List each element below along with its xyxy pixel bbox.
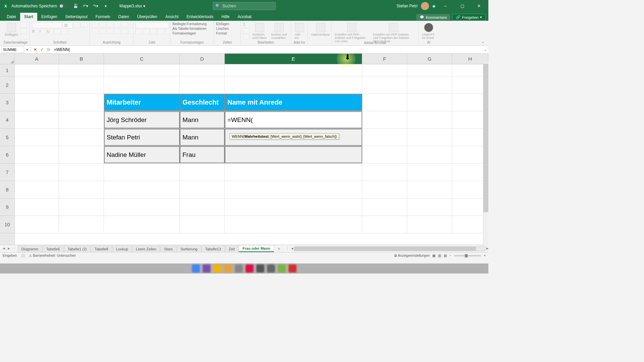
diamond-icon[interactable]: ◆	[432, 4, 435, 8]
wrap-icon[interactable]	[121, 22, 128, 27]
sheet-tab-zeit[interactable]: Zeit	[225, 246, 238, 252]
font-color-icon[interactable]	[69, 29, 75, 34]
font-size-input[interactable]	[63, 22, 73, 28]
autosum-icon[interactable]: Σ	[243, 22, 250, 27]
col-header-b[interactable]: B	[59, 54, 104, 64]
number-format-input[interactable]	[136, 22, 169, 28]
fx-icon[interactable]: fx	[45, 46, 52, 53]
horizontal-scrollbar[interactable]: ◄►	[294, 246, 486, 251]
cut-icon[interactable]	[20, 22, 27, 27]
row-header-1[interactable]: 1	[0, 64, 14, 76]
row-header-7[interactable]: 7	[0, 164, 14, 181]
cell-styles-button[interactable]: Formatvorlagen	[172, 32, 196, 35]
underline-icon[interactable]: U	[47, 29, 53, 34]
row-header-6[interactable]: 6	[0, 146, 14, 164]
tab-data[interactable]: Daten	[114, 13, 133, 21]
sheet-tab-tabelle1-2[interactable]: Tabelle1 (2)	[64, 246, 91, 252]
minimize-button[interactable]: ─	[439, 0, 452, 12]
sort-filter-button[interactable]: Sortieren und Filtern	[251, 22, 268, 40]
pdf-links-button[interactable]: Erstellen von PDF-Dateien und Freigeben …	[333, 22, 370, 44]
align-bot-icon[interactable]	[107, 22, 113, 27]
cell-c6[interactable]: Nadine Müller	[104, 146, 180, 163]
search-input[interactable]	[213, 2, 276, 10]
taskbar-app-6[interactable]	[246, 264, 254, 273]
format-cells-button[interactable]: Format	[216, 32, 227, 35]
tab-file[interactable]: Datei	[3, 13, 20, 21]
font-name-input[interactable]	[32, 22, 62, 28]
percent-icon[interactable]	[143, 29, 150, 34]
expand-formula-icon[interactable]: ⌄	[482, 47, 488, 52]
taskbar-app-8[interactable]	[267, 264, 275, 273]
sheet-next-icon[interactable]: ►	[7, 246, 11, 251]
col-header-g[interactable]: G	[407, 54, 452, 64]
pdf-outlook-button[interactable]: Erstellen von PDF-Dateien und Freigeben …	[372, 22, 415, 44]
fill-icon[interactable]	[243, 28, 250, 34]
chatgpt-button[interactable]: ChatGPT for Excel	[421, 22, 437, 40]
row-header-3[interactable]: 3	[0, 94, 14, 111]
inc-dec-icon[interactable]	[158, 29, 164, 34]
tab-review[interactable]: Überprüfen	[133, 13, 161, 21]
row-header-5[interactable]: 5	[0, 129, 14, 146]
avatar[interactable]	[421, 2, 429, 10]
sheet-tab-stars[interactable]: Stars	[160, 246, 176, 252]
view-normal-icon[interactable]: ▦	[432, 254, 435, 257]
align-right-icon[interactable]	[107, 28, 113, 34]
sheet-tab-frau-oder-mann[interactable]: Frau oder Mann	[239, 245, 274, 252]
sheet-tab-tabelle6[interactable]: Tabelle6	[43, 246, 64, 252]
username[interactable]: Stefan Petri	[396, 4, 418, 8]
align-left-icon[interactable]	[92, 28, 99, 34]
cell-e3[interactable]: Name mit Anrede	[225, 94, 362, 111]
dec-dec-icon[interactable]	[165, 29, 172, 34]
zoom-slider[interactable]	[454, 255, 481, 256]
sheet-tab-sortierung[interactable]: Sortierung	[177, 246, 201, 252]
sheet-tab-tabelle8[interactable]: Tabelle8	[91, 246, 112, 252]
merge-icon[interactable]	[129, 28, 136, 34]
cell-c4[interactable]: Jörg Schröder	[104, 111, 180, 128]
select-all-corner[interactable]	[0, 54, 15, 64]
tab-acrobat[interactable]: Acrobat	[233, 13, 255, 21]
taskbar-app-3[interactable]	[213, 264, 221, 273]
view-pagebreak-icon[interactable]: ▤	[444, 254, 447, 257]
cell-c3[interactable]: Mitarbeiter	[104, 94, 180, 111]
cell-d5[interactable]: Mann	[180, 129, 225, 146]
format-painter-icon[interactable]	[20, 34, 27, 40]
qat-more-icon[interactable]: ▾	[102, 2, 109, 10]
insert-cells-button[interactable]: Einfügen	[216, 22, 229, 26]
bold-icon[interactable]: B	[32, 29, 39, 34]
fill-color-icon[interactable]	[61, 29, 68, 34]
redo-icon[interactable]: ↷▾	[92, 2, 99, 10]
copy-icon[interactable]	[20, 28, 27, 34]
col-header-e[interactable]: E	[225, 54, 362, 64]
row-header-9[interactable]: 9	[0, 198, 14, 216]
as-table-button[interactable]: Als Tabelle formatieren	[172, 27, 207, 31]
save-icon[interactable]: 💾	[72, 2, 79, 10]
shrink-font-icon[interactable]	[81, 22, 88, 27]
row-header-10[interactable]: 10	[0, 216, 14, 233]
name-box[interactable]	[1, 46, 24, 53]
row-header-2[interactable]: 2	[0, 76, 14, 94]
confirm-icon[interactable]: ✓	[39, 46, 45, 53]
undo-icon[interactable]: ↶▾	[82, 2, 89, 10]
toggle-switch[interactable]	[59, 4, 68, 8]
cell-e6[interactable]	[225, 146, 362, 163]
row-header-8[interactable]: 8	[0, 181, 14, 198]
cell-c5[interactable]: Stefan Petri	[104, 129, 180, 146]
align-center-icon[interactable]	[99, 28, 106, 34]
cond-format-button[interactable]: Bedingte Formatierung	[172, 22, 207, 26]
accessibility-status[interactable]: ⚠ Barrierefreiheit: Untersuchen	[29, 254, 76, 257]
row-header-4[interactable]: 4	[0, 111, 14, 129]
col-header-d[interactable]: D	[180, 54, 225, 64]
sheet-tab-leere-zeilen[interactable]: Leere Zeilen	[132, 246, 160, 252]
sheet-tab-tabelle13[interactable]: Tabelle13	[202, 246, 225, 252]
indent-inc-icon[interactable]	[121, 28, 128, 34]
tab-home[interactable]: Start	[20, 13, 37, 21]
clear-icon[interactable]	[243, 34, 250, 40]
share-button[interactable]: 🔗 Freigeben ▾	[452, 14, 486, 21]
delete-cells-button[interactable]: Löschen	[216, 27, 229, 31]
sheet-tab-lookup[interactable]: Lookup	[112, 246, 132, 252]
orient-icon[interactable]	[114, 22, 121, 27]
tab-formulas[interactable]: Formeln	[92, 13, 114, 21]
sheet-more-icon[interactable]: ⋯	[12, 246, 16, 251]
search-box[interactable]: 🔍	[213, 2, 276, 10]
paste-button[interactable]: Einfügen	[3, 22, 19, 37]
